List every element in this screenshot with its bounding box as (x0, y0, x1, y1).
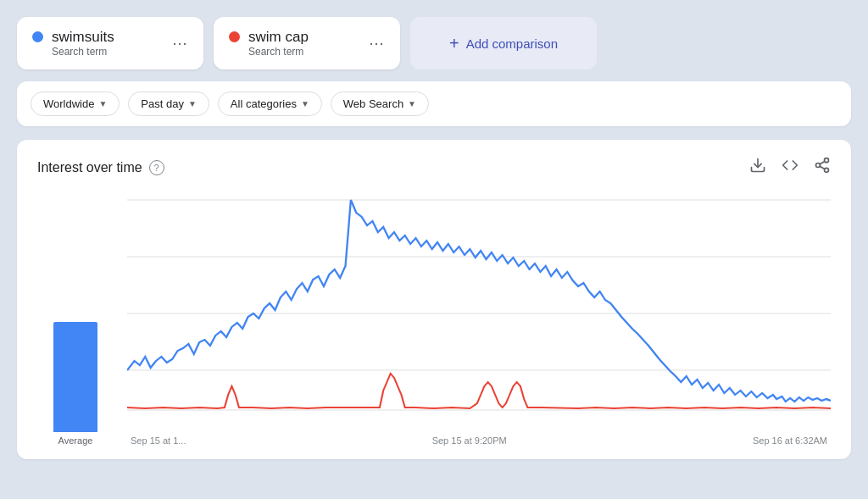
x-label-0: Sep 15 at 1... (131, 435, 186, 446)
term-dot-swimcap (229, 31, 240, 42)
term-dot-swimsuits (32, 31, 43, 42)
search-terms-row: swimsuits Search term ⋯ swim cap Search … (17, 17, 851, 69)
chevron-down-icon-4: ▼ (408, 99, 416, 108)
term-menu-swimsuits[interactable]: ⋯ (172, 36, 188, 51)
filter-category[interactable]: All categories ▼ (218, 91, 322, 116)
filter-search-type[interactable]: Web Search ▼ (331, 91, 429, 116)
chevron-down-icon-2: ▼ (188, 99, 197, 108)
filters-row: Worldwide ▼ Past day ▼ All categories ▼ … (17, 81, 851, 126)
avg-bar-container: Average (37, 322, 114, 446)
chevron-down-icon: ▼ (98, 99, 107, 108)
add-comparison-card[interactable]: + Add comparison (410, 17, 597, 69)
share-icon[interactable] (814, 157, 831, 178)
svg-line-5 (820, 161, 825, 164)
chart-title: Interest over time (37, 160, 142, 175)
x-label-1: Sep 15 at 9:20PM (432, 435, 507, 446)
term-card-inner: swimsuits Search term (32, 29, 114, 58)
filter-category-label: All categories (231, 97, 297, 110)
term-name-swimcap: swim cap (248, 29, 309, 46)
term-menu-swimcap[interactable]: ⋯ (369, 36, 385, 51)
filter-location[interactable]: Worldwide ▼ (31, 91, 120, 116)
plus-icon: + (449, 34, 459, 53)
chart-card: Interest over time ? (17, 140, 851, 459)
filter-search-type-label: Web Search (343, 97, 403, 110)
filter-location-label: Worldwide (43, 97, 94, 110)
chart-main: 100 75 50 25 Sep 15 at 1... (127, 191, 831, 446)
chart-header: Interest over time ? (37, 157, 831, 178)
chart-title-row: Interest over time ? (37, 160, 164, 175)
x-labels: Sep 15 at 1... Sep 15 at 9:20PM Sep 16 a… (127, 435, 831, 446)
help-icon[interactable]: ? (149, 160, 164, 175)
avg-label: Average (58, 435, 93, 446)
chart-area: Average 100 75 50 (37, 191, 831, 446)
chart-svg: 100 75 50 25 (127, 191, 831, 429)
filter-time-label: Past day (141, 97, 184, 110)
term-card-swimsuits: swimsuits Search term ⋯ (17, 17, 203, 69)
embed-icon[interactable] (782, 157, 798, 178)
term-name-swimsuits: swimsuits (52, 29, 114, 46)
term-card-inner-swimcap: swim cap Search term (229, 29, 309, 58)
term-card-swimcap: swim cap Search term ⋯ (214, 17, 400, 69)
term-info-swimcap: swim cap Search term (248, 29, 309, 58)
blue-line (127, 200, 831, 402)
term-info-swimsuits: swimsuits Search term (52, 29, 114, 58)
add-comparison-label: Add comparison (466, 36, 558, 51)
avg-bar (53, 322, 97, 432)
x-label-2: Sep 16 at 6:32AM (753, 435, 827, 446)
term-type-swimsuits: Search term (52, 46, 114, 58)
main-container: swimsuits Search term ⋯ swim cap Search … (17, 17, 851, 459)
svg-line-4 (820, 166, 825, 169)
term-type-swimcap: Search term (248, 46, 309, 58)
help-label: ? (154, 163, 159, 173)
chevron-down-icon-3: ▼ (301, 99, 309, 108)
filter-time[interactable]: Past day ▼ (128, 91, 209, 116)
chart-actions (749, 157, 831, 178)
chart-svg-container: 100 75 50 25 (127, 191, 831, 432)
download-icon[interactable] (749, 157, 766, 178)
chart-left: Average (37, 322, 114, 446)
